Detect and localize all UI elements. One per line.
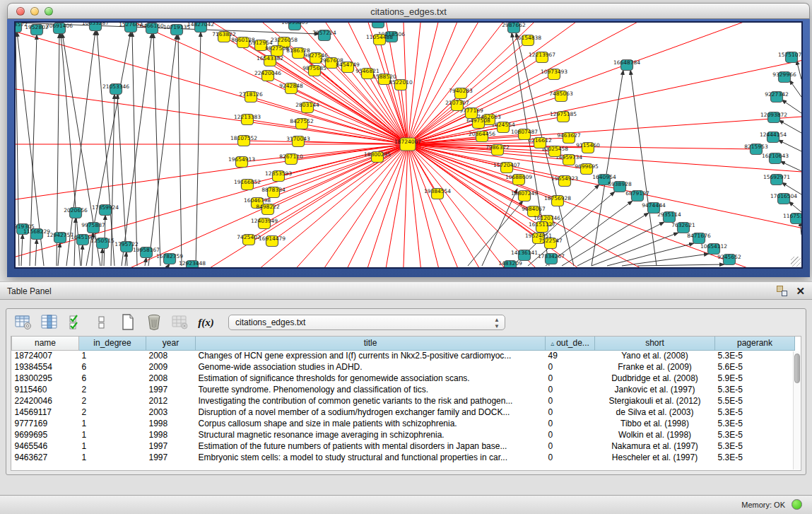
network-node[interactable]: 10688609: [505, 174, 532, 185]
column-header-year[interactable]: year: [146, 337, 196, 350]
network-node[interactable]: 8267110: [279, 153, 303, 165]
network-node[interactable]: 1483209: [498, 260, 522, 267]
column-select-icon[interactable]: [40, 313, 59, 332]
table-scrollbar[interactable]: [793, 351, 800, 469]
column-header-in_degree[interactable]: in_degree: [79, 337, 146, 350]
table-settings-icon[interactable]: [13, 313, 33, 332]
network-node[interactable]: 8427552: [290, 118, 314, 129]
table-row[interactable]: 946554611997Estimation of the future num…: [12, 440, 795, 452]
network-node[interactable]: 1527602: [119, 23, 143, 33]
table-row[interactable]: 2242004622012Investigating the contribut…: [12, 395, 795, 407]
network-node[interactable]: 7857224: [312, 30, 336, 41]
network-node[interactable]: 12975185: [550, 111, 577, 122]
network-node[interactable]: 9329966: [772, 71, 796, 83]
network-node[interactable]: 7940283: [449, 88, 473, 99]
node-label: 7940283: [449, 88, 473, 94]
network-node[interactable]: 9975887: [81, 222, 105, 233]
network-node[interactable]: 9245652: [717, 254, 741, 265]
delete-icon[interactable]: [144, 313, 163, 332]
network-node[interactable]: 10973493: [541, 69, 567, 80]
network-node[interactable]: 22420046: [254, 70, 281, 81]
network-node[interactable]: 19654913: [228, 156, 255, 168]
column-header-title[interactable]: title: [196, 337, 546, 350]
table-row[interactable]: 1872400712008Changes of HCN gene express…: [12, 350, 795, 361]
network-node[interactable]: 8878334: [261, 187, 286, 198]
network-node[interactable]: 7425402: [237, 234, 261, 245]
network-node[interactable]: 10719135: [163, 24, 190, 35]
network-node[interactable]: 7522547: [539, 238, 563, 249]
network-node[interactable]: 6497508: [466, 117, 490, 129]
network-node[interactable]: 1250515: [90, 238, 114, 249]
network-node[interactable]: 8498222: [256, 204, 280, 215]
network-node[interactable]: 16648784: [613, 59, 640, 71]
network-node[interactable]: 9115460: [576, 142, 600, 153]
network-node[interactable]: 15692971: [763, 174, 790, 185]
network-node[interactable]: 3170043: [286, 136, 310, 147]
network-node[interactable]: 11054488: [366, 34, 393, 45]
float-panel-icon[interactable]: [777, 286, 787, 296]
table-row[interactable]: 911546021997Tourette syndrome. Phenomeno…: [12, 384, 795, 395]
network-node[interactable]: 9699695: [575, 163, 599, 175]
network-node[interactable]: 9227342: [765, 91, 789, 103]
network-node[interactable]: 12093872: [760, 112, 787, 123]
network-node[interactable]: 8471676: [687, 233, 711, 244]
network-node[interactable]: 19384554: [424, 188, 451, 199]
network-node[interactable]: 15720407: [493, 162, 520, 173]
network-node[interactable]: 18807249: [511, 190, 538, 201]
network-window-titlebar[interactable]: citations_edges.txt: [7, 3, 810, 19]
table-selector-dropdown[interactable]: citations_edges.txt ▲▼: [228, 315, 505, 330]
network-node[interactable]: 7632621: [671, 222, 695, 233]
rows-icon[interactable]: [92, 313, 111, 332]
network-node[interactable]: 14136141: [511, 250, 538, 261]
network-node[interactable]: 2020656: [64, 207, 88, 218]
network-node[interactable]: 17334267: [538, 253, 565, 264]
network-node[interactable]: 17016504: [770, 193, 797, 204]
network-node[interactable]: 12923448: [179, 260, 206, 267]
network-node[interactable]: 2935114: [657, 211, 681, 223]
red-edge: [376, 144, 408, 267]
network-node[interactable]: 12353593: [265, 170, 292, 182]
node-label: 1250515: [90, 238, 114, 244]
network-node[interactable]: 2718126: [239, 91, 263, 103]
network-node[interactable]: 8466160: [140, 23, 164, 34]
table-row[interactable]: 1456911722003Disruption of a novel membe…: [12, 407, 795, 418]
network-node[interactable]: 6879197: [625, 190, 649, 201]
table-row[interactable]: 1938455462009Genome-wide association stu…: [12, 361, 795, 373]
table-row[interactable]: 969969511998Structural magnetic resonanc…: [12, 429, 795, 440]
network-node[interactable]: 16914479: [259, 235, 286, 247]
network-node[interactable]: 12403949: [251, 218, 278, 229]
memory-status-indicator[interactable]: [792, 499, 802, 510]
column-header-short[interactable]: short: [595, 337, 715, 350]
row-check-icon[interactable]: [66, 313, 85, 332]
network-node[interactable]: 19654923: [551, 175, 578, 187]
network-node[interactable]: 14827042: [187, 23, 214, 33]
network-node[interactable]: 21053346: [102, 83, 129, 95]
network-node[interactable]: 19166852: [234, 179, 261, 190]
table-cell: 2008: [146, 373, 196, 384]
import-table-icon[interactable]: [170, 313, 189, 332]
black-edge: [81, 245, 83, 266]
network-node[interactable]: 7485063: [549, 90, 573, 102]
close-panel-icon[interactable]: ✕: [796, 286, 805, 296]
network-node[interactable]: 16210643: [762, 153, 789, 164]
network-node[interactable]: 10653287: [82, 23, 109, 31]
network-node[interactable]: 1952802: [25, 24, 49, 35]
network-node[interactable]: 18300295: [364, 151, 391, 163]
column-header-name[interactable]: name: [12, 337, 79, 350]
network-node[interactable]: 2987662: [502, 23, 526, 33]
table-scrollbar-thumb[interactable]: [794, 354, 800, 383]
table-row[interactable]: 977716911998Corpus callosum shape and si…: [12, 418, 795, 429]
network-node[interactable]: 12213967: [529, 52, 555, 63]
network-node[interactable]: 20691406: [46, 23, 73, 34]
column-header-pagerank[interactable]: pagerank: [715, 337, 795, 350]
window-resize-grip[interactable]: [791, 257, 801, 267]
network-node[interactable]: 12444154: [760, 132, 787, 143]
network-node[interactable]: 11675345: [783, 213, 801, 224]
column-header-out_de[interactable]: ▵out_de...: [546, 337, 595, 350]
network-node[interactable]: 18756928: [544, 195, 571, 206]
function-icon[interactable]: f(x): [196, 313, 216, 332]
table-row[interactable]: 1830029562008Estimation of significance …: [12, 373, 795, 384]
network-node[interactable]: 20364456: [469, 131, 495, 142]
table-row[interactable]: 946362711997Embryonic stem cells: a mode…: [12, 452, 795, 463]
new-document-icon[interactable]: [118, 313, 137, 332]
